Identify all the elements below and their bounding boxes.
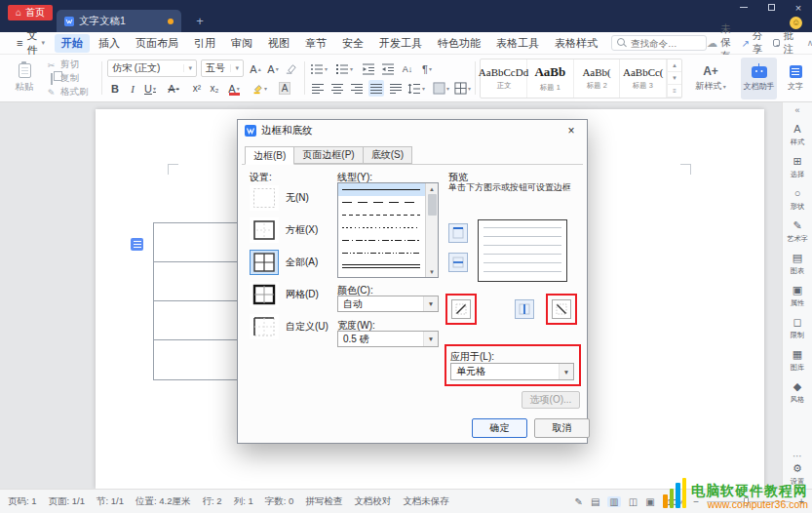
font-size-combo[interactable]: 五号▾ [201,59,244,77]
ribbon-tab-insert[interactable]: 插入 [92,34,127,53]
align-center-button[interactable] [329,80,345,97]
gallery-down-button[interactable]: ▼ [668,72,681,85]
style-heading1[interactable]: AaBb 标题 1 [527,59,574,98]
line-style-listbox[interactable]: ▲ ▼ [337,182,439,278]
style-heading3[interactable]: AaBbCc( 标题 3 [620,59,667,98]
expand-sidebar-icon[interactable]: « [794,105,799,120]
sidebar-item-chart[interactable]: ▤图表 [783,249,812,281]
close-button[interactable]: × [785,0,812,15]
edit-mode-icon[interactable]: ✎ [575,496,583,507]
setting-none[interactable]: 无(N) [250,184,309,212]
decrease-indent-button[interactable] [361,60,376,77]
sidebar-item-styles[interactable]: A样式 [783,120,812,152]
line-style-option-solid[interactable] [338,183,425,196]
scroll-up-icon[interactable]: ▲ [429,183,435,194]
line-style-option-dash-large[interactable] [338,196,425,209]
document-tab[interactable]: 文字文稿1 [57,10,181,32]
status-word-count[interactable]: 字数: 0 [265,495,294,508]
border-preview-box[interactable] [478,219,567,282]
decrease-font-size-button[interactable]: A▾ [265,60,281,77]
setting-custom[interactable]: 自定义(U) [250,313,329,340]
bold-button[interactable]: B [107,80,123,97]
print-layout-icon[interactable]: ▥ [607,496,620,507]
increase-font-size-button[interactable]: A▴ [248,60,263,77]
ribbon-tab-security[interactable]: 安全 [335,34,370,53]
numbered-list-button[interactable]: ▾ [335,60,353,77]
share-button[interactable]: ↗ 分享 [741,29,762,57]
shading-button[interactable]: ▾ [433,80,449,97]
search-input[interactable] [631,38,701,49]
preview-inside-vertical-border-button[interactable] [515,299,534,319]
sidebar-item-selection[interactable]: ⊞选择 [783,152,812,184]
preview-top-border-button[interactable] [448,223,468,243]
ribbon-tab-special-features[interactable]: 特色功能 [431,34,487,53]
style-heading2[interactable]: AaBb( 标题 2 [574,59,621,98]
show-marks-button[interactable]: ¶▾ [419,60,435,77]
ribbon-tab-page-layout[interactable]: 页面布局 [129,34,185,53]
copy-button[interactable]: 复制 [46,72,89,85]
text-tool-button[interactable]: 文字 [781,58,810,99]
file-menu[interactable]: ≡ 文件 ▾ [8,28,54,58]
ribbon-tab-dev-tools[interactable]: 开发工具 [372,34,429,53]
ribbon-tab-view[interactable]: 视图 [261,34,296,53]
cancel-button[interactable]: 取消 [534,418,590,438]
format-painter-button[interactable]: ✎格式刷 [46,86,89,99]
italic-button[interactable]: I [125,80,140,97]
line-style-option-dash-dot[interactable] [338,234,425,247]
color-dropdown[interactable]: 自动 ▼ [337,296,439,312]
sidebar-item-restrict[interactable]: ◻限制 [783,313,812,345]
sort-button[interactable]: A↓ [400,60,415,77]
ribbon-tab-table-tools[interactable]: 表格工具 [489,34,546,53]
read-mode-icon[interactable]: ▤ [591,496,599,507]
align-right-button[interactable] [349,80,365,97]
home-tab[interactable]: ⌂ 首页 [8,5,53,20]
setting-box[interactable]: 方框(X) [250,217,318,244]
command-search-box[interactable] [611,35,707,51]
line-style-option-dash[interactable] [338,209,425,221]
sidebar-item-shapes[interactable]: ○形状 [783,184,812,217]
status-spellcheck[interactable]: 拼写检查 [305,495,342,508]
new-tab-button[interactable]: + [191,12,209,29]
increase-indent-button[interactable] [380,60,396,77]
bullet-list-button[interactable]: ▾ [310,60,328,77]
strikethrough-button[interactable]: A▾ [166,80,181,97]
width-dropdown[interactable]: 0.5 磅 ▼ [337,331,439,347]
scroll-thumb[interactable] [428,194,437,216]
tab-page-border[interactable]: 页面边框(P) [293,146,363,164]
style-normal[interactable]: AaBbCcDd 正文 [481,59,527,98]
tab-shading[interactable]: 底纹(S) [363,146,412,164]
collapse-ribbon-button[interactable]: ∧ [807,38,812,48]
clear-format-button[interactable] [283,60,298,77]
highlight-button[interactable]: ▾ [251,80,267,97]
line-spacing-button[interactable]: ▾ [407,80,425,97]
scroll-down-icon[interactable]: ▼ [429,266,435,277]
line-style-option-double[interactable] [338,259,425,272]
apply-to-dropdown[interactable]: 单元格 ▼ [450,363,574,380]
sidebar-item-theme[interactable]: ◆风格 [783,377,812,410]
gallery-up-button[interactable]: ▲ [668,59,681,72]
new-style-button[interactable]: A+ 新样式 ▾ [688,59,733,99]
web-layout-icon[interactable]: ◫ [629,496,638,507]
paragraph-layout-icon[interactable] [131,238,143,251]
dialog-close-button[interactable]: × [557,121,586,140]
font-name-combo[interactable]: 仿宋 (正文)▾ [107,59,197,77]
setting-grid[interactable]: 网格(D) [250,281,319,308]
ribbon-tab-table-style[interactable]: 表格样式 [548,34,604,53]
sidebar-item-properties[interactable]: ▣属性 [783,281,812,313]
align-left-button[interactable] [310,80,326,97]
distribute-button[interactable] [388,80,404,97]
sidebar-more-button[interactable]: ⋯ [793,451,802,461]
fullscreen-icon[interactable]: ▣ [645,496,654,507]
status-proofing[interactable]: 文档校对 [354,495,391,508]
character-shading-button[interactable]: A [277,80,292,97]
comment-button[interactable]: 批注 [773,29,796,57]
font-color-button[interactable]: A▾ [226,80,242,97]
line-style-scrollbar[interactable]: ▲ ▼ [425,183,438,277]
cut-button[interactable]: ✂剪切 [46,59,89,71]
preview-inside-horizontal-border-button[interactable] [448,253,468,272]
minimize-button[interactable] [730,0,757,15]
ribbon-tab-references[interactable]: 引用 [187,34,222,53]
maximize-button[interactable] [757,0,785,15]
ribbon-tab-section[interactable]: 章节 [298,34,333,53]
dialog-titlebar[interactable]: 边框和底纹 [238,120,587,141]
